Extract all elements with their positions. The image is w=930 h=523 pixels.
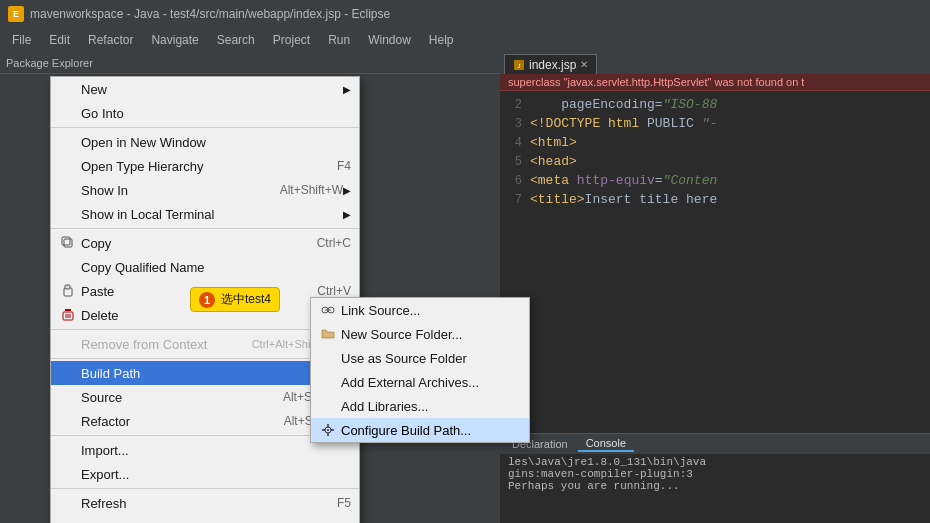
build-path-submenu: Link Source... New Source Folder... Use …	[310, 297, 530, 443]
submenu-item-add-libraries-label: Add Libraries...	[341, 399, 521, 414]
menu-item-show-in-terminal-label: Show in Local Terminal	[81, 207, 343, 222]
tooltip-bubble: 1 选中test4	[190, 287, 280, 312]
menu-item-close-project[interactable]: Close Project	[51, 515, 359, 523]
left-panel: Package Explorer New ▶ Go Into Open in N…	[0, 52, 500, 523]
svg-rect-1	[62, 237, 70, 245]
svg-rect-0	[64, 239, 72, 247]
console-line-2: gins:maven-compiler-plugin:3	[508, 468, 922, 480]
svg-text:J: J	[518, 63, 521, 69]
add-external-icon	[319, 373, 337, 391]
open-window-icon	[59, 133, 77, 151]
refresh-icon	[59, 494, 77, 512]
console-line-1: les\Java\jre1.8.0_131\bin\java	[508, 456, 922, 468]
menu-item-open-type-hierarchy-label: Open Type Hierarchy	[81, 159, 317, 174]
refactor-icon	[59, 412, 77, 430]
menu-item-import-label: Import...	[81, 443, 351, 458]
menu-item-copy-label: Copy	[81, 236, 297, 251]
code-line-2: 2 pageEncoding="ISO-88	[500, 95, 930, 114]
new-folder-icon	[319, 325, 337, 343]
submenu-item-new-source-folder-label: New Source Folder...	[341, 327, 521, 342]
jsp-file-icon: J	[513, 59, 525, 71]
menu-window[interactable]: Window	[360, 31, 419, 49]
menu-item-refresh[interactable]: Refresh F5	[51, 491, 359, 515]
refresh-shortcut: F5	[337, 496, 351, 510]
submenu-item-link-source-label: Link Source...	[341, 303, 521, 318]
menu-item-export-label: Export...	[81, 467, 351, 482]
right-panel: J index.jsp ✕ superclass "javax.servlet.…	[500, 52, 930, 523]
show-in-shortcut: Alt+Shift+W	[280, 183, 343, 197]
open-type-hierarchy-shortcut: F4	[337, 159, 351, 173]
tab-close-icon[interactable]: ✕	[580, 59, 588, 70]
submenu-item-configure-build-path[interactable]: Configure Build Path...	[311, 418, 529, 442]
show-in-icon	[59, 181, 77, 199]
menu-bar: File Edit Refactor Navigate Search Proje…	[0, 28, 930, 52]
menu-item-open-type-hierarchy[interactable]: Open Type Hierarchy F4	[51, 154, 359, 178]
submenu-item-add-external-label: Add External Archives...	[341, 375, 521, 390]
menu-item-go-into-label: Go Into	[81, 106, 351, 121]
menu-file[interactable]: File	[4, 31, 39, 49]
menu-item-remove-context-label: Remove from Context	[81, 337, 232, 352]
go-into-icon	[59, 104, 77, 122]
title-bar: E mavenworkspace - Java - test4/src/main…	[0, 0, 930, 28]
menu-help[interactable]: Help	[421, 31, 462, 49]
new-icon	[59, 80, 77, 98]
remove-context-icon	[59, 335, 77, 353]
paste-icon	[59, 282, 77, 300]
bottom-tabs: Declaration Console	[500, 434, 930, 454]
app-icon: E	[8, 6, 24, 22]
tooltip-text: 选中test4	[221, 291, 271, 308]
main-area: Package Explorer New ▶ Go Into Open in N…	[0, 52, 930, 523]
svg-point-13	[327, 429, 329, 431]
menu-project[interactable]: Project	[265, 31, 318, 49]
error-bar: superclass "javax.servlet.http.HttpServl…	[500, 74, 930, 91]
submenu-item-configure-build-path-label: Configure Build Path...	[341, 423, 521, 438]
new-arrow-icon: ▶	[343, 84, 351, 95]
menu-edit[interactable]: Edit	[41, 31, 78, 49]
tab-console[interactable]: Console	[578, 436, 634, 452]
show-in-arrow-icon: ▶	[343, 185, 351, 196]
delete-icon	[59, 306, 77, 324]
editor-tabs: J index.jsp ✕	[500, 52, 930, 74]
menu-item-refactor-label: Refactor	[81, 414, 264, 429]
menu-item-show-in-terminal[interactable]: Show in Local Terminal ▶	[51, 202, 359, 226]
menu-item-refresh-label: Refresh	[81, 496, 317, 511]
menu-refactor[interactable]: Refactor	[80, 31, 141, 49]
copy-icon	[59, 234, 77, 252]
submenu-item-add-external[interactable]: Add External Archives...	[311, 370, 529, 394]
submenu-item-new-source-folder[interactable]: New Source Folder...	[311, 322, 529, 346]
menu-item-copy-qualified[interactable]: Copy Qualified Name	[51, 255, 359, 279]
menu-item-new[interactable]: New ▶	[51, 77, 359, 101]
submenu-item-add-libraries[interactable]: Add Libraries...	[311, 394, 529, 418]
editor-content: 2 pageEncoding="ISO-88 3 <!DOCTYPE html …	[500, 91, 930, 433]
menu-item-go-into[interactable]: Go Into	[51, 101, 359, 125]
svg-rect-3	[65, 285, 70, 289]
source-icon	[59, 388, 77, 406]
code-line-5: 5 <head>	[500, 152, 930, 171]
type-hierarchy-icon	[59, 157, 77, 175]
bottom-panel: Declaration Console les\Java\jre1.8.0_13…	[500, 433, 930, 523]
menu-run[interactable]: Run	[320, 31, 358, 49]
export-icon	[59, 465, 77, 483]
submenu-item-link-source[interactable]: Link Source...	[311, 298, 529, 322]
menu-item-copy-qualified-label: Copy Qualified Name	[81, 260, 351, 275]
menu-search[interactable]: Search	[209, 31, 263, 49]
console-line-3: Perhaps you are running...	[508, 480, 922, 492]
error-text: superclass "javax.servlet.http.HttpServl…	[508, 76, 804, 88]
menu-item-show-in[interactable]: Show In Alt+Shift+W ▶	[51, 178, 359, 202]
tooltip-number: 1	[199, 292, 215, 308]
import-icon	[59, 441, 77, 459]
menu-item-close-project-label: Close Project	[81, 520, 351, 524]
menu-item-open-new-window[interactable]: Open in New Window	[51, 130, 359, 154]
copy-shortcut: Ctrl+C	[317, 236, 351, 250]
use-source-icon	[319, 349, 337, 367]
build-path-icon	[59, 364, 77, 382]
copy-qualified-icon	[59, 258, 77, 276]
menu-item-export[interactable]: Export...	[51, 462, 359, 486]
code-line-6: 6 <meta http-equiv="Conten	[500, 171, 930, 190]
menu-item-copy[interactable]: Copy Ctrl+C	[51, 231, 359, 255]
editor-tab-index-jsp[interactable]: J index.jsp ✕	[504, 54, 597, 74]
add-libraries-icon	[319, 397, 337, 415]
submenu-item-use-source[interactable]: Use as Source Folder	[311, 346, 529, 370]
menu-navigate[interactable]: Navigate	[143, 31, 206, 49]
code-line-3: 3 <!DOCTYPE html PUBLIC "-	[500, 114, 930, 133]
